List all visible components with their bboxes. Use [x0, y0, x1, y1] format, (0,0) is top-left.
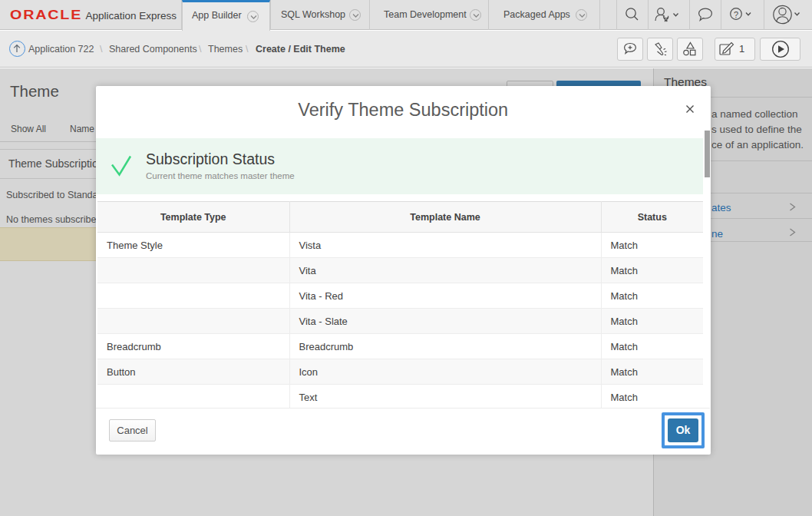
- svg-text:?: ?: [734, 10, 738, 19]
